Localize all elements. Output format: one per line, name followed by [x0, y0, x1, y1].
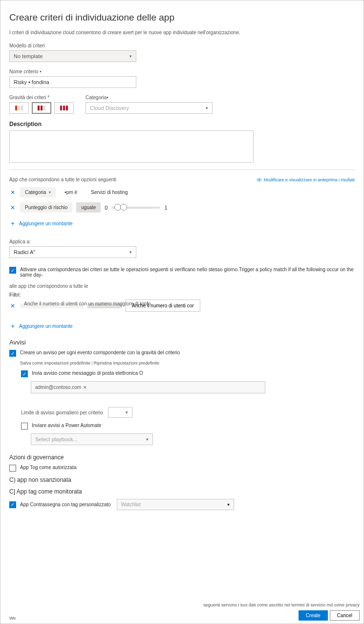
chevron-down-icon: ▾	[206, 106, 208, 110]
filter-field-category[interactable]: Categoria▾	[20, 187, 56, 197]
gov-authorized-label: App Tog come autorizzata	[20, 465, 76, 470]
filter-row-risk: ✕ Punteggio di rischio uguale 0 1	[9, 202, 355, 213]
page-title: Creare criteri di individuazione delle a…	[9, 12, 355, 23]
description-textarea[interactable]	[9, 130, 254, 163]
severity-group	[9, 102, 74, 114]
filter-val-category[interactable]: Servizi di hosting	[86, 187, 133, 197]
alerts-header: Avvisi	[9, 339, 355, 346]
create-alert-checkbox[interactable]: ✓	[9, 350, 16, 357]
plus-icon: +	[9, 322, 16, 330]
alert-settings-links: Salva come impostazioni predefinite|Ripr…	[20, 361, 355, 366]
severity-high[interactable]	[54, 102, 74, 114]
remove-email-icon[interactable]: ✕	[83, 385, 87, 390]
page-subtitle: I criteri di individuazione cloud consen…	[9, 30, 355, 35]
plus-icon: +	[9, 219, 16, 227]
email-input[interactable]: admin@contoso.com ✕	[31, 381, 265, 393]
template-select[interactable]: No template ▾	[9, 50, 136, 62]
filters-label: Filtri:	[9, 292, 355, 298]
remove-filter-icon[interactable]: ✕	[9, 189, 16, 196]
daily-limit-label: Limite di avviso giornaliero per criteri…	[21, 410, 103, 415]
chevron-down-icon: ▾	[129, 54, 132, 59]
template-value: No template	[14, 53, 43, 59]
chevron-down-icon: ▾	[129, 250, 132, 255]
trigger-label: Attivare una corrispondenza dei criteri …	[20, 267, 355, 278]
restore-default-link[interactable]: Ripristina impostazioni predefinite	[93, 361, 159, 366]
email-alert-label: Invia avviso come messaggio di posta ele…	[32, 370, 143, 376]
create-alert-row: ✓ Creare un avviso per ogni evento corri…	[9, 350, 355, 357]
slider-min: 0	[105, 205, 107, 211]
filter-users-a[interactable]	[20, 303, 84, 308]
chevron-down-icon: ▾	[227, 502, 230, 507]
filter-field-risk[interactable]: Punteggio di rischio	[20, 202, 72, 213]
playbook-placeholder: Select playbook...	[35, 436, 78, 442]
policyname-label: Nome criterio •	[9, 69, 355, 74]
applyto-value: Radici A"	[14, 249, 35, 255]
footer-text: seguenti servono i tuoi dati come ascrit…	[203, 602, 360, 608]
policyname-input[interactable]: Risky • fondina	[9, 76, 136, 88]
svg-point-0	[258, 179, 260, 180]
gov-authorized-checkbox[interactable]	[9, 465, 16, 472]
risk-slider[interactable]: 0 1	[105, 205, 167, 211]
playbook-select[interactable]: Select playbook... ▾	[31, 433, 153, 445]
gov-unsanctioned: C) app non ssanzionata	[9, 476, 355, 483]
customtag-select[interactable]: Watchlist ▾	[117, 499, 234, 510]
filter-op-risk[interactable]: uguale	[76, 202, 101, 213]
apps-section-label: App che corrispondono a tutte le opzioni…	[9, 177, 116, 182]
powerautomate-row: Inviare avvisi a Power Automate	[21, 423, 355, 430]
severity-medium[interactable]	[32, 102, 51, 114]
filters-header-label: alle app che corrispondono a tutte le	[9, 283, 355, 289]
footer-left: We	[9, 616, 16, 621]
customtag-value: Watchlist	[121, 502, 141, 507]
powerautomate-label: Inviare avvisi a Power Automate	[32, 423, 101, 428]
category-select[interactable]: Cloud Discovery ▾	[86, 102, 213, 114]
filter-users-c[interactable]	[126, 300, 200, 312]
chevron-down-icon: ▾	[146, 437, 149, 442]
gov-customtag-label: App Contrassegna con tag personalizzato	[20, 502, 111, 507]
description-label: Description	[9, 121, 355, 128]
add-filter-button[interactable]: + Aggiungere un montante	[9, 219, 355, 227]
severity-label: Gravità dei criteri *	[9, 95, 74, 100]
governance-header: Azioni di governance	[9, 454, 355, 461]
filter-row-category: ✕ Categoria▾ •pm è Servizi di hosting	[9, 187, 355, 197]
applyto-select[interactable]: Radici A" ▾	[9, 246, 136, 258]
filter-op-category[interactable]: •pm è	[60, 187, 82, 197]
create-button[interactable]: Create	[299, 610, 328, 621]
save-default-link[interactable]: Salva come impostazioni predefinite	[20, 361, 90, 366]
powerautomate-checkbox[interactable]	[21, 423, 28, 430]
cancel-button[interactable]: Cancel	[330, 610, 360, 621]
gov-customtag-checkbox[interactable]: ✓	[9, 501, 16, 508]
template-label: Modello di criteri	[9, 43, 355, 48]
add-filter-button-2[interactable]: + Aggiungere un montante	[9, 322, 355, 330]
chevron-down-icon: ▾	[126, 410, 128, 415]
policyname-value: Risky • fondina	[14, 79, 49, 85]
remove-filter-icon[interactable]: ✕	[9, 302, 16, 309]
category-label: Categoria•	[86, 95, 213, 100]
category-value: Cloud Discovery	[90, 105, 129, 111]
remove-filter-icon[interactable]: ✕	[9, 204, 16, 211]
filter-users-b[interactable]	[87, 303, 122, 308]
edit-preview-link[interactable]: Modificare e visualizzare in anteprima i…	[257, 177, 355, 182]
create-alert-label: Creare un avviso per ogni evento corrisp…	[20, 350, 180, 355]
severity-low[interactable]	[9, 102, 29, 114]
gov-authorized-row: App Tog come autorizzata	[9, 465, 355, 472]
gov-monitored: C] App tag come monitorata	[9, 488, 355, 495]
daily-limit-select[interactable]: ▾	[108, 407, 132, 418]
gov-customtag-row: ✓ App Contrassegna con tag personalizzat…	[9, 499, 355, 510]
trigger-checkbox[interactable]: ✓	[9, 267, 16, 274]
applyto-label: Applica a:	[9, 239, 355, 244]
email-alert-checkbox[interactable]: ✓	[21, 370, 28, 377]
email-alert-row: ✓ Invia avviso come messaggio di posta e…	[21, 370, 355, 377]
slider-max: 1	[164, 205, 167, 211]
email-chip[interactable]: admin@contoso.com ✕	[35, 385, 87, 390]
trigger-check-row: ✓ Attivare una corrispondenza dei criter…	[9, 267, 355, 278]
eye-icon	[257, 178, 262, 182]
